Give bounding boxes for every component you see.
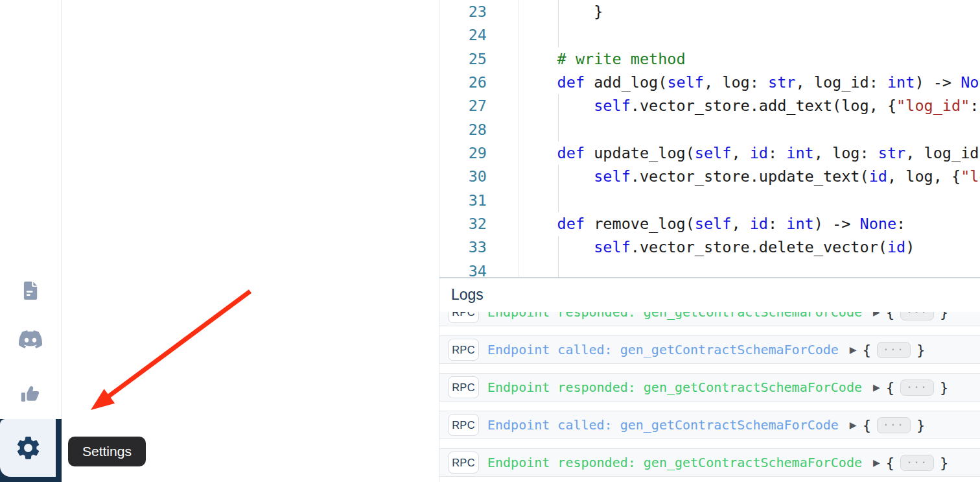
log-row: RPCEndpoint responded: gen_getContractSc… — [439, 373, 980, 402]
line-number: 31 — [439, 189, 519, 212]
log-row: RPCEndpoint responded: gen_getContractSc… — [439, 312, 980, 326]
close-brace: } — [940, 455, 948, 471]
line-number: 32 — [439, 212, 519, 235]
sidebar-item-docs[interactable] — [0, 269, 61, 311]
expand-triangle-icon[interactable]: ▶ — [873, 312, 880, 317]
log-message: Endpoint responded: gen_getContractSchem… — [487, 380, 862, 395]
code-line: } — [520, 0, 980, 23]
expand-triangle-icon[interactable]: ▶ — [850, 344, 857, 355]
sidebar-item-settings[interactable] — [0, 419, 62, 482]
settings-gear-icon — [14, 434, 42, 462]
expand-triangle-icon[interactable]: ▶ — [850, 420, 857, 430]
code-line — [520, 189, 980, 212]
thumbs-up-icon — [20, 383, 41, 405]
collapsed-object-dots[interactable]: ··· — [877, 417, 911, 433]
code-line — [520, 23, 980, 47]
rpc-badge: RPC — [448, 339, 479, 361]
log-expander[interactable]: ▶{···} — [850, 342, 925, 358]
rpc-badge: RPC — [448, 312, 479, 323]
open-brace: { — [863, 417, 871, 433]
open-brace: { — [886, 380, 894, 396]
sidebar-item-feedback[interactable] — [0, 373, 61, 415]
logs-panel: Logs RPCEndpoint responded: gen_getContr… — [439, 277, 980, 482]
log-message: Endpoint responded: gen_getContractSchem… — [487, 312, 862, 320]
expand-triangle-icon[interactable]: ▶ — [873, 457, 880, 468]
app-root: Settings 232425262728293031323334 } # wr… — [0, 0, 980, 482]
sidebar — [0, 0, 62, 482]
log-expander[interactable]: ▶{···} — [873, 380, 948, 396]
line-number: 24 — [439, 23, 519, 47]
line-number: 28 — [439, 118, 519, 141]
code-line: def remove_log(self, id: int) -> None: — [520, 212, 980, 235]
open-brace: { — [886, 312, 894, 320]
line-number: 23 — [439, 0, 519, 23]
document-icon — [21, 280, 41, 300]
close-brace: } — [940, 312, 948, 320]
collapsed-object-dots[interactable]: ··· — [900, 380, 934, 396]
code-lines: } # write method def add_log(self, log: … — [520, 0, 980, 277]
editor-and-logs-panel: 232425262728293031323334 } # write metho… — [439, 0, 980, 482]
rpc-badge: RPC — [448, 414, 479, 436]
open-brace: { — [863, 342, 871, 358]
indent-guide — [558, 0, 559, 47]
code-line: # write method — [520, 47, 980, 71]
log-expander[interactable]: ▶{···} — [873, 455, 948, 471]
collapsed-object-dots[interactable]: ··· — [900, 312, 934, 320]
close-brace: } — [940, 380, 948, 396]
log-row: RPCEndpoint called: gen_getContractSchem… — [439, 411, 980, 439]
indent-guide — [558, 94, 559, 141]
line-number: 26 — [439, 71, 519, 94]
log-message: Endpoint responded: gen_getContractSchem… — [487, 455, 862, 470]
code-line: self.vector_store.delete_vector(id) — [520, 235, 980, 259]
close-brace: } — [916, 342, 925, 358]
log-row: RPCEndpoint called: gen_getContractSchem… — [439, 335, 980, 364]
code-line: self.vector_store.add_text(log, {"log_id… — [520, 94, 980, 117]
code-line — [520, 118, 980, 141]
log-message: Endpoint called: gen_getContractSchemaFo… — [487, 417, 839, 433]
code-line: self.vector_store.update_text(id, log, {… — [520, 165, 980, 188]
line-number: 34 — [439, 259, 519, 277]
line-number: 27 — [439, 94, 519, 117]
indent-guide — [558, 236, 559, 278]
indent-guide — [558, 165, 559, 212]
log-row: RPCEndpoint responded: gen_getContractSc… — [439, 448, 980, 477]
log-message: Endpoint called: gen_getContractSchemaFo… — [487, 342, 839, 357]
collapsed-object-dots[interactable]: ··· — [900, 455, 934, 471]
sidebar-item-discord[interactable] — [0, 319, 61, 360]
logs-list: RPCEndpoint responded: gen_getContractSc… — [439, 312, 980, 482]
line-number-gutter: 232425262728293031323334 — [439, 0, 519, 277]
collapsed-object-dots[interactable]: ··· — [877, 342, 911, 358]
log-expander[interactable]: ▶{···} — [873, 312, 948, 320]
close-brace: } — [916, 417, 925, 433]
log-expander[interactable]: ▶{···} — [850, 417, 925, 433]
line-number: 33 — [439, 235, 519, 259]
rpc-badge: RPC — [448, 376, 479, 398]
settings-tooltip: Settings — [68, 437, 146, 466]
code-editor[interactable]: 232425262728293031323334 } # write metho… — [439, 0, 980, 277]
code-line: def add_log(self, log: str, log_id: int)… — [520, 71, 980, 94]
code-line — [520, 259, 980, 277]
rpc-badge: RPC — [448, 452, 479, 474]
line-number: 30 — [439, 165, 519, 188]
expand-triangle-icon[interactable]: ▶ — [873, 382, 880, 392]
line-number: 29 — [439, 141, 519, 165]
line-number: 25 — [439, 47, 519, 71]
discord-icon — [19, 328, 42, 351]
settings-active-panel[interactable] — [0, 419, 56, 477]
code-line: def update_log(self, id: int, log: str, … — [520, 141, 980, 165]
open-brace: { — [886, 455, 894, 471]
logs-panel-title: Logs — [451, 286, 484, 304]
